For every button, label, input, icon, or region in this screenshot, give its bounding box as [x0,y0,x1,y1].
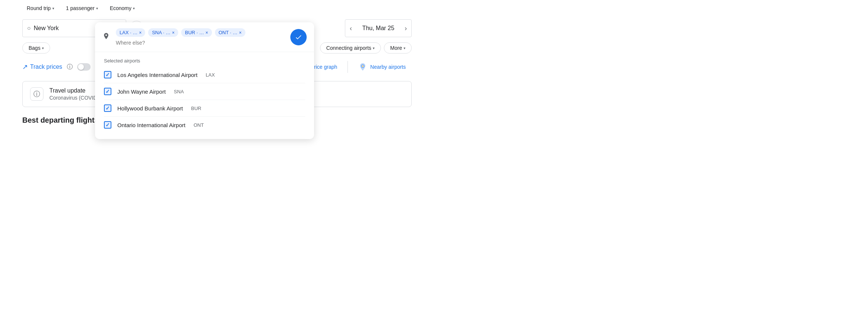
round-trip-chevron: ▾ [52,6,54,10]
airport-row-sna: ✓ John Wayne Airport SNA [104,83,305,100]
check-lax: ✓ [105,72,110,78]
nearby-pin-icon [358,62,367,71]
connecting-airports-label: Connecting airports [326,45,371,51]
nearby-airports-button[interactable]: Nearby airports [352,59,412,74]
class-dropdown[interactable]: Economy ▾ [105,3,139,13]
airport-code-lax: LAX [206,72,215,78]
airport-code-ont: ONT [193,122,203,128]
round-trip-label: Round trip [27,5,51,11]
date-prev-button[interactable]: ‹ [350,25,352,32]
tag-bur-close[interactable]: × [206,30,208,35]
passengers-chevron: ▾ [96,6,98,10]
tag-ont-label: ONT · … [219,30,238,35]
airport-name-sna: John Wayne Airport [117,88,166,95]
check-sna: ✓ [105,88,110,94]
round-trip-dropdown[interactable]: Round trip ▾ [22,3,59,13]
price-graph-label: Price graph [311,64,337,70]
checkbox-sna[interactable]: ✓ [104,88,111,95]
track-prices-label: ↗ Track prices [22,63,62,71]
tag-sna-label: SNA · … [152,30,170,35]
date-next-icon: › [405,25,407,32]
connecting-airports-filter[interactable]: Connecting airports ▾ [320,42,381,54]
date-field[interactable]: ‹ Thu, Mar 25 › [345,19,412,37]
more-chevron: ▾ [404,46,405,50]
airport-code-sna: SNA [174,89,184,94]
more-label: More [390,45,402,51]
connecting-chevron: ▾ [373,46,375,50]
passengers-label: 1 passenger [66,5,95,11]
nearby-airports-label: Nearby airports [370,64,406,70]
check-bur: ✓ [105,105,110,111]
date-next-button[interactable]: › [405,25,407,32]
svg-point-6 [362,66,363,67]
tag-lax-close[interactable]: × [139,30,141,35]
selected-airports-section: Selected airports ✓ Los Angeles Internat… [95,52,314,133]
track-prices-text: Track prices [30,64,62,70]
airport-row-bur: ✓ Hollywood Burbank Airport BUR [104,100,305,117]
bags-chevron: ▾ [42,46,44,50]
airport-row-ont: ✓ Ontario International Airport ONT [104,117,305,133]
track-prices-toggle[interactable] [77,63,91,71]
checkbox-ont[interactable]: ✓ [104,121,111,129]
top-bar: Round trip ▾ 1 passenger ▾ Economy ▾ [0,0,434,16]
class-label: Economy [110,5,131,11]
tag-sna-close[interactable]: × [172,30,174,35]
tag-bur-label: BUR · … [185,30,204,35]
confirm-button[interactable] [290,29,307,45]
tags-area: LAX · … × SNA · … × BUR · … × ONT · … × [116,28,286,46]
tag-ont-close[interactable]: × [239,30,242,35]
origin-icon: ○ [27,25,31,32]
divider [347,61,348,73]
airport-popup: LAX · … × SNA · … × BUR · … × ONT · … × [95,22,314,139]
passengers-dropdown[interactable]: 1 passenger ▾ [62,3,102,13]
tag-sna[interactable]: SNA · … × [148,28,178,37]
class-chevron: ▾ [133,6,135,10]
airport-code-bur: BUR [191,106,201,111]
checkbox-lax[interactable]: ✓ [104,71,111,78]
tag-lax-label: LAX · … [120,30,137,35]
checkbox-bur[interactable]: ✓ [104,104,111,112]
selected-title: Selected airports [104,58,305,64]
tag-ont[interactable]: ONT · … × [215,28,245,37]
bags-label: Bags [29,45,40,51]
date-prev-icon: ‹ [350,25,352,32]
track-prices-info-icon[interactable]: ⓘ [67,63,73,71]
airport-name-ont: Ontario International Airport [117,122,185,128]
check-ont: ✓ [105,122,110,128]
best-departing-title: Best departing flights [22,116,99,125]
airport-name-lax: Los Angeles International Airport [117,72,198,78]
where-else-input[interactable] [116,40,181,46]
bags-filter[interactable]: Bags ▾ [22,42,50,54]
travel-update-icon: ⓘ [30,87,43,101]
popup-pin-icon [102,32,110,42]
confirm-check-icon [295,33,302,41]
date-text: Thu, Mar 25 [362,25,394,32]
info-circle-icon: ⓘ [33,90,40,99]
track-icon: ↗ [22,63,28,71]
airport-row-lax: ✓ Los Angeles International Airport LAX [104,67,305,83]
airport-name-bur: Hollywood Burbank Airport [117,105,183,112]
origin-text: New York [34,25,59,32]
tag-bur[interactable]: BUR · … × [181,28,212,37]
more-filter[interactable]: More ▾ [384,42,412,54]
popup-header: LAX · … × SNA · … × BUR · … × ONT · … × [95,22,314,52]
tag-lax[interactable]: LAX · … × [116,28,145,37]
